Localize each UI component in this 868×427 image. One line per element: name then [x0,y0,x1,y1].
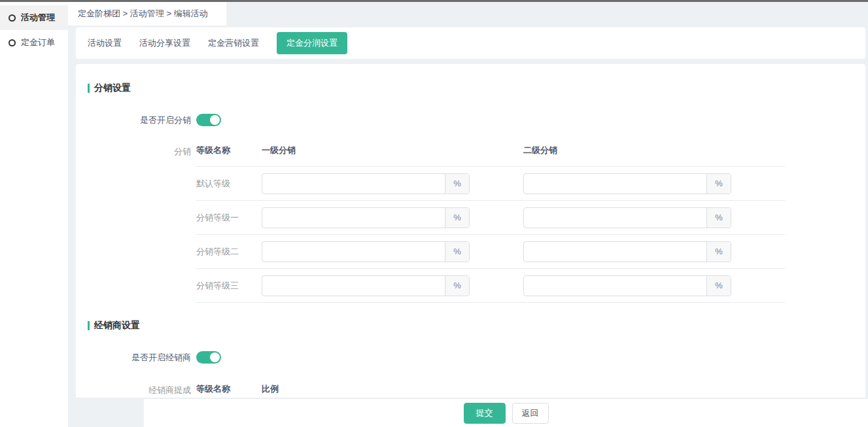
row-level-name: 分销等级二 [196,246,262,258]
percent-suffix: % [445,242,469,262]
percent-suffix: % [706,174,731,194]
sidebar-item-label: 定金订单 [21,37,55,48]
row-level-name: 分销等级三 [196,280,262,292]
distribution-table-header: 等级名称 一级分销 二级分销 [196,145,785,167]
toggle-knob-icon [210,352,220,362]
settings-panel: 分销设置 是否开启分销 分销 等级名称 一级分销 二级分销 默认等级 [76,64,865,398]
dealer-table-label: 经销商提成 [76,383,191,396]
percent-suffix: % [706,276,731,296]
sidebar-item-deposit-orders[interactable]: 定金订单 [0,30,68,55]
dealer-toggle-label: 是否开启经销商 [76,352,191,364]
dealer-toggle-row: 是否开启经销商 [76,351,865,364]
col-header-ratio: 比例 [262,383,279,395]
breadcrumb-bar: 定金阶梯团 > 活动管理 > 编辑活动 [68,2,226,26]
input-group: % [523,207,731,228]
percent-suffix: % [445,276,469,296]
second-tier-percent-input[interactable] [524,276,706,296]
col-header-first-tier: 一级分销 [262,145,523,156]
distribution-table: 等级名称 一级分销 二级分销 默认等级 % [196,145,785,303]
col-header-level-name: 等级名称 [196,145,262,156]
section-accent-bar [88,321,90,330]
input-group: % [523,275,731,296]
table-row: 默认等级 % % [196,167,785,201]
toggle-knob-icon [210,115,220,125]
percent-suffix: % [445,174,469,194]
submit-button[interactable]: 提交 [464,403,506,424]
table-row: 分销等级二 % % [196,235,785,269]
percent-suffix: % [706,208,731,228]
back-button[interactable]: 返回 [512,403,549,424]
distribution-table-label: 分销 [76,145,191,158]
col-header-level-name: 等级名称 [196,383,262,395]
main-area: 定金阶梯团 > 活动管理 > 编辑活动 活动设置 活动分享设置 定金营销设置 定… [68,2,868,427]
dealer-table-header: 等级名称 比例 [196,383,785,398]
distribution-toggle-label: 是否开启分销 [76,114,191,126]
sidebar-item-label: 活动管理 [21,12,55,24]
distribution-toggle[interactable] [196,114,221,126]
sidebar: 活动管理 定金订单 [0,2,68,427]
tab-deposit-profit-settings[interactable]: 定金分润设置 [277,32,347,54]
second-tier-percent-input[interactable] [524,208,706,228]
tab-activity-settings[interactable]: 活动设置 [88,37,122,49]
footer-action-bar: 提交 返回 [144,398,868,427]
input-group: % [262,275,470,296]
tab-activity-share-settings[interactable]: 活动分享设置 [139,37,190,49]
circle-icon [9,39,16,46]
input-group: % [523,173,731,194]
input-group: % [262,241,470,262]
sidebar-item-activity-management[interactable]: 活动管理 [0,5,68,30]
row-level-name: 分销等级一 [196,212,262,224]
distribution-section-title: 分销设置 [88,82,865,94]
percent-suffix: % [445,208,469,228]
first-tier-percent-input[interactable] [262,208,445,228]
input-group: % [262,207,470,228]
section-title-text: 经销商设置 [94,320,140,332]
input-group: % [262,173,470,194]
tabs-bar: 活动设置 活动分享设置 定金营销设置 定金分润设置 [76,27,865,59]
table-row: 分销等级三 % % [196,269,785,303]
first-tier-percent-input[interactable] [262,276,445,296]
circle-icon [9,14,16,22]
tab-deposit-marketing-settings[interactable]: 定金营销设置 [208,37,259,49]
first-tier-percent-input[interactable] [262,174,445,194]
col-header-second-tier: 二级分销 [523,145,785,156]
second-tier-percent-input[interactable] [524,174,706,194]
percent-suffix: % [706,242,731,262]
second-tier-percent-input[interactable] [524,242,706,262]
distribution-toggle-row: 是否开启分销 [76,114,865,126]
dealer-section-title: 经销商设置 [88,320,865,332]
dealer-table-row: 经销商提成 等级名称 比例 [76,383,865,398]
window-top-bar [0,0,868,2]
first-tier-percent-input[interactable] [262,242,445,262]
dealer-toggle[interactable] [196,351,221,364]
breadcrumb[interactable]: 定金阶梯团 > 活动管理 > 编辑活动 [78,8,208,20]
section-accent-bar [88,84,90,93]
section-title-text: 分销设置 [94,82,131,94]
input-group: % [523,241,731,262]
distribution-table-row: 分销 等级名称 一级分销 二级分销 默认等级 % [76,145,865,303]
row-level-name: 默认等级 [196,178,262,190]
table-row: 分销等级一 % % [196,201,785,235]
